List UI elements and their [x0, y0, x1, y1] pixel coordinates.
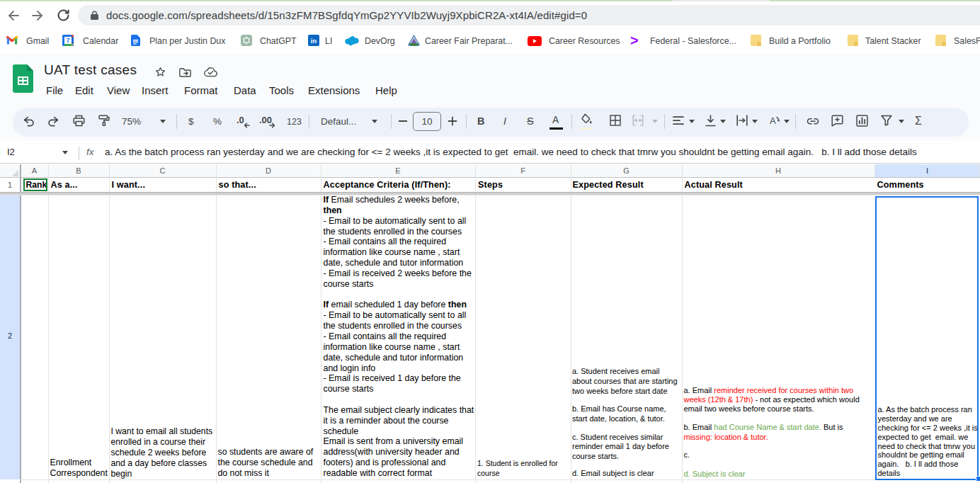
svg-text:in: in	[311, 37, 317, 45]
svg-text:A: A	[770, 115, 776, 126]
svg-text:7: 7	[66, 37, 69, 44]
